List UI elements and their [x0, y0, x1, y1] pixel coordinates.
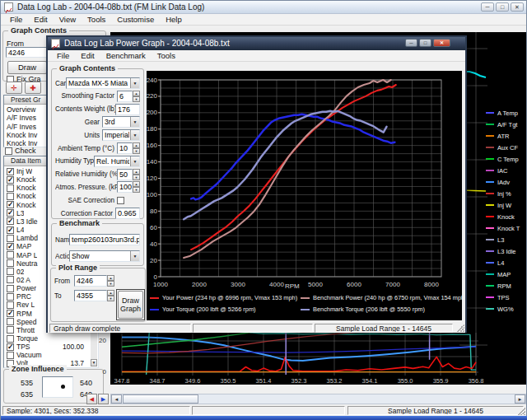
dialog-close-button[interactable]: ✕: [433, 39, 450, 47]
menu-main-tools[interactable]: Tools: [82, 14, 111, 25]
check-all-checkbox[interactable]: [5, 147, 12, 155]
data-item-checkbox[interactable]: [7, 176, 14, 184]
plot-to-input[interactable]: 4355: [74, 290, 107, 301]
data-item-checkbox[interactable]: [7, 310, 14, 317]
dialog-maximize-button[interactable]: □: [419, 39, 431, 47]
gc-spinner[interactable]: ▲▼: [133, 142, 140, 154]
data-item-checkbox[interactable]: [7, 168, 14, 175]
scroll-right-icon[interactable]: ►: [515, 394, 525, 404]
resize-grip[interactable]: [517, 407, 525, 415]
close-button[interactable]: ✕: [511, 2, 524, 12]
bench-combo[interactable]: Show▼: [69, 250, 140, 262]
data-item-checkbox[interactable]: [7, 184, 14, 192]
spin-up-icon[interactable]: ▲: [133, 142, 140, 148]
draw-graph-button-outer[interactable]: Draw Graph: [116, 289, 145, 320]
gc-combo[interactable]: Rel. Humidity▼: [94, 156, 140, 167]
gc-input[interactable]: 0.965: [115, 208, 140, 219]
from-input[interactable]: 4246: [6, 47, 47, 58]
spin-up-icon[interactable]: ▲: [133, 91, 140, 96]
horizontal-scrollbar[interactable]: ◄ ►: [110, 394, 526, 404]
spin-down-icon[interactable]: ▼: [133, 175, 140, 180]
bench-input[interactable]: temp260103run3rd.pow: [69, 234, 140, 245]
maximize-button[interactable]: □: [496, 2, 509, 12]
draw-button[interactable]: Draw: [7, 61, 47, 74]
zone-influence-dot[interactable]: [61, 385, 65, 389]
step-forward-button[interactable]: ▶: [98, 394, 109, 404]
gc-spin-value[interactable]: 50: [117, 169, 133, 180]
gc-combo[interactable]: 3rd▼: [102, 116, 140, 128]
draw-graph-button[interactable]: Draw Graph: [118, 291, 143, 319]
check-all-row[interactable]: Check: [5, 147, 36, 155]
menu-main-customise[interactable]: Customise: [111, 14, 160, 25]
data-item-checkbox[interactable]: [7, 226, 14, 234]
plot-from-spinner[interactable]: ▲▼: [107, 275, 114, 287]
gc-spin-value[interactable]: 100: [117, 181, 133, 193]
spin-down-icon[interactable]: ▼: [133, 148, 140, 154]
data-item-row[interactable]: Vacuum: [5, 351, 97, 359]
data-item-row[interactable]: Torque: [5, 334, 97, 343]
minimize-button[interactable]: ─: [481, 2, 494, 12]
scrollbar-thumb[interactable]: [123, 394, 198, 404]
scroll-left-icon[interactable]: ◄: [111, 394, 122, 404]
gc-checkbox[interactable]: [117, 197, 124, 204]
spin-down-icon[interactable]: ▼: [133, 187, 140, 193]
data-item-row[interactable]: TPS100.00: [5, 343, 97, 351]
data-item-checkbox[interactable]: [7, 326, 14, 334]
data-item-checkbox[interactable]: [7, 193, 14, 200]
menu-dialog-file[interactable]: File: [51, 50, 75, 61]
dialog-minimize-button[interactable]: ─: [405, 39, 417, 47]
taskbar[interactable]: [1, 416, 527, 420]
chevron-down-icon[interactable]: ▼: [130, 117, 139, 127]
data-item-checkbox[interactable]: [7, 243, 14, 250]
data-item-checkbox[interactable]: [7, 352, 14, 359]
data-item-checkbox[interactable]: [7, 293, 14, 301]
plot-from-input[interactable]: 4246: [74, 275, 107, 287]
dialog-resize-grip[interactable]: [456, 324, 464, 332]
gc-combo[interactable]: Imperial▼: [102, 129, 140, 141]
chevron-down-icon[interactable]: ▼: [130, 156, 139, 166]
spin-up-icon[interactable]: ▲: [133, 169, 140, 175]
zone-tool-button-1[interactable]: ✛: [6, 82, 22, 94]
gc-spinner[interactable]: ▲▼: [133, 181, 140, 193]
step-back-button[interactable]: ◀: [86, 394, 97, 404]
gc-spinner[interactable]: ▲▼: [133, 91, 140, 102]
data-item-checkbox[interactable]: [7, 276, 14, 283]
data-item-checkbox[interactable]: [7, 259, 14, 267]
spin-down-icon[interactable]: ▼: [107, 296, 114, 301]
spin-up-icon[interactable]: ▲: [107, 275, 114, 281]
menu-main-file[interactable]: File: [4, 14, 28, 25]
zone-influence-box[interactable]: [42, 376, 73, 398]
menu-main-help[interactable]: Help: [160, 14, 188, 25]
power-graph-chart[interactable]: 0204060801001201401601802002202401000200…: [147, 71, 462, 320]
data-item-checkbox[interactable]: [7, 318, 14, 325]
gc-spin-value[interactable]: 10: [117, 142, 133, 154]
chevron-down-icon[interactable]: ▼: [130, 78, 139, 88]
spin-down-icon[interactable]: ▼: [133, 96, 140, 102]
data-item-checkbox[interactable]: [7, 251, 14, 259]
plot-to-spinner[interactable]: ▲▼: [107, 290, 114, 301]
data-item-checkbox[interactable]: [7, 301, 14, 309]
dialog-titlebar[interactable]: Data Log Lab Power Graph - 2004-04-08b.t…: [48, 37, 465, 50]
menu-dialog-edit[interactable]: Edit: [75, 50, 100, 61]
menu-dialog-tools[interactable]: Tools: [152, 50, 181, 61]
spin-up-icon[interactable]: ▲: [133, 181, 140, 187]
zone-tool-button-2[interactable]: ✚: [25, 82, 41, 94]
data-item-checkbox[interactable]: [7, 235, 14, 242]
spin-up-icon[interactable]: ▲: [107, 290, 114, 296]
data-item-checkbox[interactable]: [7, 343, 14, 351]
chevron-down-icon[interactable]: ▼: [130, 130, 139, 140]
data-item-checkbox[interactable]: [7, 217, 14, 225]
menu-main-view[interactable]: View: [54, 14, 82, 25]
spin-down-icon[interactable]: ▼: [107, 281, 114, 287]
data-item-checkbox[interactable]: [7, 285, 14, 292]
gc-combo[interactable]: Mazda MX-5 Miata 1997▼: [66, 77, 140, 89]
menu-dialog-benchmark[interactable]: Benchmark: [100, 50, 152, 61]
data-item-checkbox[interactable]: [7, 335, 14, 343]
gc-input[interactable]: 176: [115, 104, 140, 115]
gc-spin-value[interactable]: 6: [117, 91, 133, 102]
chevron-down-icon[interactable]: ▼: [130, 251, 139, 261]
menu-main-edit[interactable]: Edit: [28, 14, 53, 25]
main-titlebar[interactable]: Data Log Lab - 2004-04-08b.txt (FM Link …: [1, 1, 526, 14]
data-item-checkbox[interactable]: [7, 201, 14, 208]
data-item-checkbox[interactable]: [7, 268, 14, 275]
